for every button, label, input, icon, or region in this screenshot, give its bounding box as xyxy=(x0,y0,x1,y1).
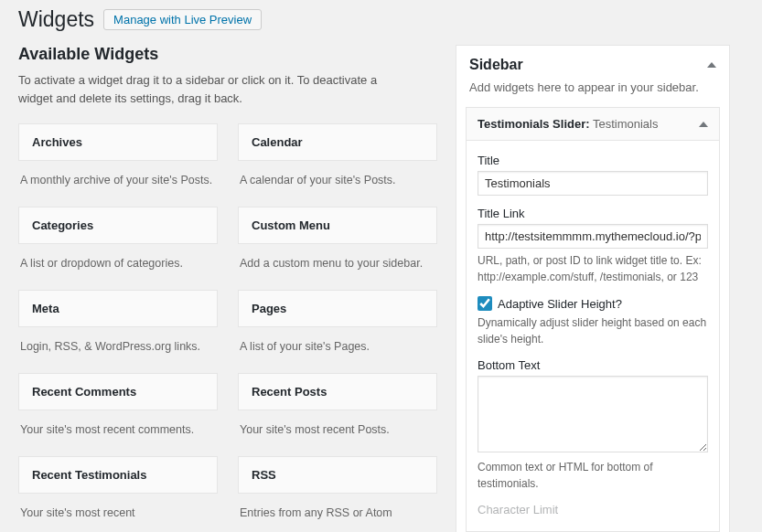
available-widget: PagesA list of your site's Pages. xyxy=(238,290,437,373)
available-widget-desc: A list or dropdown of categories. xyxy=(18,244,218,290)
available-widget: CalendarA calendar of your site's Posts. xyxy=(238,123,437,207)
available-widget-title[interactable]: Recent Testimonials xyxy=(18,456,218,494)
sidebar-panel: Sidebar Add widgets here to appear in yo… xyxy=(456,45,730,532)
available-widget-desc: Your site's most recent comments. xyxy=(18,410,218,456)
available-widget: Recent PostsYour site's most recent Post… xyxy=(238,373,437,456)
widget-instance-header[interactable]: Testimonials Slider: Testimonials xyxy=(467,108,719,141)
title-link-help: URL, path, or post ID to link widget tit… xyxy=(478,252,708,285)
adaptive-height-label: Adaptive Slider Height? xyxy=(498,297,622,311)
title-input[interactable] xyxy=(478,171,708,196)
available-widget-title[interactable]: Meta xyxy=(18,290,218,327)
caret-up-icon xyxy=(707,62,716,68)
widget-instance-subtitle: Testimonials xyxy=(590,117,659,131)
available-widget-desc: A calendar of your site's Posts. xyxy=(238,161,437,207)
available-widget-desc: A monthly archive of your site's Posts. xyxy=(18,161,218,207)
available-widget-title[interactable]: Recent Comments xyxy=(18,373,218,410)
sidebar-header[interactable]: Sidebar xyxy=(456,46,729,80)
available-widgets-intro: To activate a widget drag it to a sideba… xyxy=(18,71,402,107)
bottom-text-help: Common text or HTML for bottom of testim… xyxy=(478,459,708,492)
available-widget-desc: Add a custom menu to your sidebar. xyxy=(238,244,437,290)
adaptive-height-help: Dynamically adjust slider height based o… xyxy=(478,314,708,347)
widget-instance-testimonials-slider: Testimonials Slider: Testimonials Title … xyxy=(466,107,720,532)
widget-instance-title: Testimonials Slider: xyxy=(478,117,590,131)
adaptive-height-checkbox[interactable] xyxy=(478,296,492,311)
available-widget-title[interactable]: Recent Posts xyxy=(238,373,437,410)
available-widget: RSSEntries from any RSS or Atom xyxy=(238,456,437,532)
available-widget-title[interactable]: Archives xyxy=(18,123,218,161)
sidebar-title: Sidebar xyxy=(469,57,523,73)
sidebar-subtitle: Add widgets here to appear in your sideb… xyxy=(456,80,729,107)
available-widget: Recent TestimonialsYour site's most rece… xyxy=(18,456,218,532)
available-widget: CategoriesA list or dropdown of categori… xyxy=(18,207,218,290)
available-widget: Recent CommentsYour site's most recent c… xyxy=(18,373,218,456)
available-widget-title[interactable]: Categories xyxy=(18,207,218,244)
available-widget-title[interactable]: Pages xyxy=(238,290,437,327)
available-widget-title[interactable]: RSS xyxy=(238,456,437,494)
title-label: Title xyxy=(478,154,708,167)
character-limit-label: Character Limit xyxy=(478,503,708,516)
available-widget-desc: Entries from any RSS or Atom xyxy=(238,494,437,532)
available-widget: Custom MenuAdd a custom menu to your sid… xyxy=(238,207,437,290)
title-link-input[interactable] xyxy=(478,224,708,249)
caret-up-icon xyxy=(699,122,708,127)
available-widget-title[interactable]: Calendar xyxy=(238,123,437,161)
available-widget: MetaLogin, RSS, & WordPress.org links. xyxy=(18,290,218,373)
available-widget: ArchivesA monthly archive of your site's… xyxy=(18,123,218,207)
bottom-text-textarea[interactable] xyxy=(478,376,708,452)
available-widget-desc: Login, RSS, & WordPress.org links. xyxy=(18,327,218,373)
manage-live-preview-button[interactable]: Manage with Live Preview xyxy=(103,9,262,30)
title-link-label: Title Link xyxy=(478,207,708,220)
available-widget-title[interactable]: Custom Menu xyxy=(238,207,437,244)
page-title: Widgets xyxy=(18,7,94,32)
available-widgets-heading: Available Widgets xyxy=(18,45,437,64)
available-widget-desc: Your site's most recent xyxy=(18,494,218,532)
available-widget-desc: A list of your site's Pages. xyxy=(238,327,437,373)
bottom-text-label: Bottom Text xyxy=(478,358,708,372)
available-widget-desc: Your site's most recent Posts. xyxy=(238,410,437,456)
